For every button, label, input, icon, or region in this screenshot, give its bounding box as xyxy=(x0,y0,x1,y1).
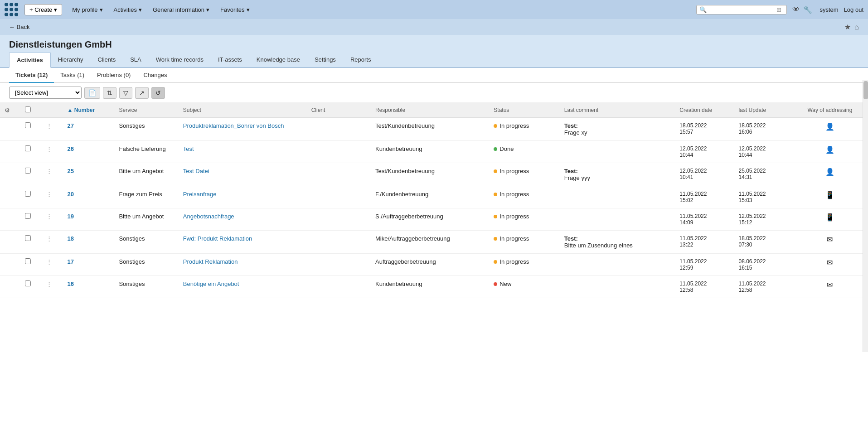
row-subject-6[interactable]: Produkt Reklamation xyxy=(179,254,307,276)
row-dots-2[interactable]: ⋮ xyxy=(42,163,63,186)
row-dots-5[interactable]: ⋮ xyxy=(42,231,63,254)
row-dots-0[interactable]: ⋮ xyxy=(42,118,63,141)
scrollbar-thumb[interactable] xyxy=(863,81,868,99)
status-dot-2 xyxy=(494,169,497,173)
back-label: ← Back xyxy=(9,24,30,30)
home-button[interactable]: ⌂ xyxy=(854,23,859,31)
row-update-5: 18.05.202207:30 xyxy=(734,231,791,254)
chevron-down-icon: ▾ xyxy=(247,6,250,13)
col-responsible[interactable]: Responsible xyxy=(371,103,489,118)
col-way-of-addressing[interactable]: Way of addressing xyxy=(792,103,868,118)
nav-label-general: General information xyxy=(153,6,204,13)
row-responsible-0: Test/Kundenbetreuung xyxy=(371,118,489,141)
row-subject-7[interactable]: Benötige ein Angebot xyxy=(179,276,307,298)
doc-button[interactable]: 📄 xyxy=(84,87,100,99)
tab-work-time[interactable]: Work time records xyxy=(149,53,211,68)
tab-changes[interactable]: Changes xyxy=(137,68,173,83)
tab-it-assets[interactable]: IT-assets xyxy=(211,53,249,68)
row-comment-6 xyxy=(560,254,675,276)
tab-problems[interactable]: Problems (0) xyxy=(91,68,137,83)
row-status-2: In progress xyxy=(489,163,560,186)
col-service[interactable]: Service xyxy=(114,103,178,118)
refresh-button[interactable]: ↺ xyxy=(151,87,165,99)
row-number-7[interactable]: 16 xyxy=(63,276,115,298)
col-last-comment[interactable]: Last comment xyxy=(560,103,675,118)
user-label: system xyxy=(820,6,838,13)
row-comment-1 xyxy=(560,141,675,163)
row-service-5: Sonstiges xyxy=(114,231,178,254)
row-addressing-3: 📱 xyxy=(792,186,868,208)
row-subject-0[interactable]: Produktreklamation_Bohrer von Bosch xyxy=(179,118,307,141)
row-number-2[interactable]: 25 xyxy=(63,163,115,186)
row-responsible-2: Test/Kundenbetreuung xyxy=(371,163,489,186)
visibility-icon[interactable]: 👁 xyxy=(792,5,800,14)
row-checkbox-5[interactable] xyxy=(25,235,31,241)
nav-item-activities[interactable]: Activities ▾ xyxy=(109,0,146,19)
col-creation-date[interactable]: Creation date xyxy=(675,103,734,118)
create-button[interactable]: + Create ▾ xyxy=(24,4,62,15)
row-update-2: 25.05.202214:31 xyxy=(734,163,791,186)
row-checkbox-3[interactable] xyxy=(25,191,31,197)
row-subject-1[interactable]: Test xyxy=(179,141,307,163)
row-checkbox-4[interactable] xyxy=(25,213,31,219)
col-client[interactable]: Client xyxy=(307,103,371,118)
filter-icon[interactable]: ⊞ xyxy=(776,6,781,13)
row-creation-3: 11.05.202215:02 xyxy=(675,186,734,208)
row-number-4[interactable]: 19 xyxy=(63,208,115,231)
row-checkbox-6[interactable] xyxy=(25,258,31,264)
tab-clients[interactable]: Clients xyxy=(90,53,123,68)
row-number-5[interactable]: 18 xyxy=(63,231,115,254)
row-subject-4[interactable]: Angebotsnachfrage xyxy=(179,208,307,231)
tab-knowledge-base[interactable]: Knowledge base xyxy=(249,53,307,68)
nav-item-myprofile[interactable]: My profile ▾ xyxy=(68,0,107,19)
tab-sla[interactable]: SLA xyxy=(123,53,149,68)
row-number-6[interactable]: 17 xyxy=(63,254,115,276)
logout-button[interactable]: Log out xyxy=(844,6,863,13)
row-dots-1[interactable]: ⋮ xyxy=(42,141,63,163)
tab-hierarchy[interactable]: Hierarchy xyxy=(51,53,91,68)
row-dots-6[interactable]: ⋮ xyxy=(42,254,63,276)
col-number[interactable]: ▲ Number xyxy=(63,103,115,118)
col-subject[interactable]: Subject xyxy=(179,103,307,118)
row-number-1[interactable]: 26 xyxy=(63,141,115,163)
gear-icon[interactable]: ⚙ xyxy=(5,107,10,114)
scrollbar[interactable] xyxy=(863,80,868,298)
table-row: ⋮ 27 Sonstiges Produktreklamation_Bohrer… xyxy=(0,118,868,141)
tab-tasks[interactable]: Tasks (1) xyxy=(54,68,91,83)
row-checkbox-1[interactable] xyxy=(25,145,31,151)
row-checkbox-7[interactable] xyxy=(25,280,31,286)
search-input[interactable] xyxy=(708,6,776,13)
row-subject-2[interactable]: Test Datei xyxy=(179,163,307,186)
tab-settings[interactable]: Settings xyxy=(307,53,343,68)
back-link[interactable]: ← Back xyxy=(9,24,30,30)
row-dots-4[interactable]: ⋮ xyxy=(42,208,63,231)
star-button[interactable]: ★ xyxy=(844,23,851,31)
row-checkbox-2[interactable] xyxy=(25,168,31,174)
row-number-0[interactable]: 27 xyxy=(63,118,115,141)
row-dots-3[interactable]: ⋮ xyxy=(42,186,63,208)
chevron-down-icon: ▾ xyxy=(206,6,209,13)
row-checkbox-0[interactable] xyxy=(25,122,31,128)
row-subject-3[interactable]: Preisanfrage xyxy=(179,186,307,208)
row-service-0: Sonstiges xyxy=(114,118,178,141)
filter-button[interactable]: ▽ xyxy=(119,87,132,99)
tab-reports[interactable]: Reports xyxy=(343,53,378,68)
row-dots-7[interactable]: ⋮ xyxy=(42,276,63,298)
export-button[interactable]: ↗ xyxy=(135,87,149,99)
row-number-3[interactable]: 20 xyxy=(63,186,115,208)
nav-item-general[interactable]: General information ▾ xyxy=(148,0,214,19)
col-last-update[interactable]: last Update xyxy=(734,103,791,118)
row-comment-5: Test:Bitte um Zusendung eines xyxy=(560,231,675,254)
select-all-checkbox[interactable] xyxy=(25,106,31,112)
col-status[interactable]: Status xyxy=(489,103,560,118)
tab-activities[interactable]: Activities xyxy=(9,53,51,68)
row-gear-cell xyxy=(0,141,20,163)
settings-icon[interactable]: 🔧 xyxy=(803,5,812,14)
search-icon: 🔍 xyxy=(699,6,707,13)
sort-button[interactable]: ⇅ xyxy=(103,87,116,99)
col-checkbox xyxy=(20,103,42,118)
view-select[interactable]: [Select view] xyxy=(9,87,82,99)
nav-item-favorites[interactable]: Favorites ▾ xyxy=(216,0,254,19)
row-subject-5[interactable]: Fwd: Produkt Reklamation xyxy=(179,231,307,254)
tab-tickets[interactable]: Tickets (12) xyxy=(9,68,54,83)
